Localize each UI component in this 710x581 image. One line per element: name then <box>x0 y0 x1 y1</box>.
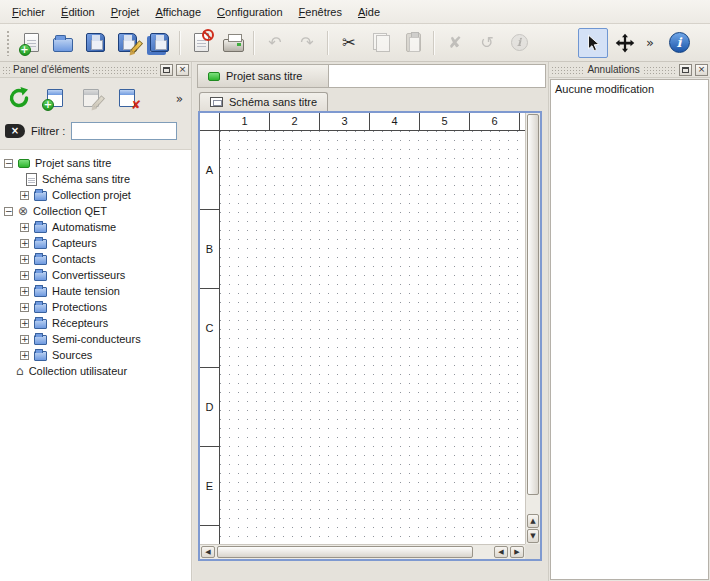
paste-button[interactable] <box>398 28 428 58</box>
vertical-scroll-track[interactable] <box>526 113 540 514</box>
tree-item-semi-conducteurs[interactable]: + Semi-conducteurs <box>0 331 191 347</box>
row-ruler-label: A <box>200 131 219 210</box>
close-dock-button[interactable]: × <box>176 64 189 76</box>
cut-icon: ✂ <box>342 35 355 51</box>
menu-aide[interactable]: Aide <box>350 2 388 22</box>
menu-fenetres[interactable]: Fenêtres <box>291 2 350 22</box>
tree-item-collection-projet[interactable]: + Collection projet <box>0 187 191 203</box>
delete-button[interactable]: ✘ <box>440 28 470 58</box>
tree-item-collection-qet[interactable]: − ⊗ Collection QET <box>0 203 191 219</box>
float-dock-button[interactable] <box>679 64 692 76</box>
menu-projet[interactable]: Projet <box>103 2 148 22</box>
expand-expander-icon[interactable]: + <box>20 335 29 344</box>
menu-bar: Fichier Édition Projet Affichage Configu… <box>0 0 710 24</box>
save-as-button[interactable] <box>112 28 142 58</box>
expand-expander-icon[interactable]: + <box>20 287 29 296</box>
project-icon <box>18 159 30 168</box>
diagram-canvas[interactable] <box>220 131 525 544</box>
tree-item-automatisme[interactable]: + Automatisme <box>0 219 191 235</box>
pencil-icon <box>92 95 105 109</box>
schema-icon <box>210 97 223 107</box>
no-badge-icon <box>202 29 214 41</box>
undo-list[interactable]: Aucune modification <box>550 79 709 580</box>
menu-configuration[interactable]: Configuration <box>209 2 290 22</box>
expand-expander-icon[interactable]: + <box>20 239 29 248</box>
redo-button[interactable]: ↷ <box>292 28 322 58</box>
project-tab[interactable]: Projet sans titre <box>198 65 329 87</box>
toolbar-overflow-chevron[interactable]: » <box>646 36 654 49</box>
panel-overflow-chevron[interactable]: » <box>173 92 186 106</box>
scroll-up-button[interactable]: ▲ <box>527 514 539 528</box>
scroll-down-button[interactable]: ▼ <box>527 529 539 543</box>
elements-panel-toolbar: + ✘ » <box>0 78 191 118</box>
tree-item-label: Collection projet <box>52 189 131 201</box>
close-file-button[interactable] <box>186 28 216 58</box>
pencil-icon <box>129 40 142 54</box>
tree-item-capteurs[interactable]: + Capteurs <box>0 235 191 251</box>
tree-item-convertisseurs[interactable]: + Convertisseurs <box>0 267 191 283</box>
scroll-right-button[interactable]: ▶ <box>510 546 524 558</box>
expand-expander-icon[interactable]: + <box>20 319 29 328</box>
scroll-left-button[interactable]: ◀ <box>494 546 508 558</box>
new-project-button[interactable]: + <box>16 28 46 58</box>
tree-item-sources[interactable]: + Sources <box>0 347 191 363</box>
element-info-button[interactable]: i <box>504 28 534 58</box>
elements-panel-header[interactable]: Panel d'éléments × <box>0 62 191 78</box>
close-dock-button[interactable]: × <box>695 64 708 76</box>
about-button[interactable]: i <box>664 28 694 58</box>
vertical-scroll-thumb[interactable] <box>527 114 539 495</box>
tree-item-contacts[interactable]: + Contacts <box>0 251 191 267</box>
filter-input[interactable] <box>71 122 177 140</box>
expand-expander-icon[interactable]: + <box>20 223 29 232</box>
reload-collections-button[interactable] <box>5 84 33 112</box>
horizontal-scrollbar[interactable]: ◀ ◀ ▶ <box>200 544 525 559</box>
main-toolbar: + ↶ ↷ ✂ ✘ ↺ i <box>0 24 710 62</box>
ruler-corner <box>200 113 220 131</box>
expand-expander-icon[interactable]: + <box>20 191 29 200</box>
scroll-left-button[interactable]: ◀ <box>201 546 215 558</box>
float-dock-button[interactable] <box>160 64 173 76</box>
scrollbar-corner <box>525 544 540 559</box>
copy-button[interactable] <box>366 28 396 58</box>
tree-item-recepteurs[interactable]: + Récepteurs <box>0 315 191 331</box>
open-project-button[interactable] <box>48 28 78 58</box>
clear-filter-button[interactable]: × <box>5 124 25 138</box>
tree-item-haute-tension[interactable]: + Haute tension <box>0 283 191 299</box>
menu-edition[interactable]: Édition <box>53 2 103 22</box>
undo-panel-header[interactable]: Annulations × <box>549 62 710 78</box>
schema-tab-label: Schéma sans titre <box>229 96 317 108</box>
new-element-button[interactable]: + <box>41 84 69 112</box>
rotate-button[interactable]: ↺ <box>472 28 502 58</box>
collapse-expander-icon[interactable]: − <box>4 207 13 216</box>
print-button[interactable] <box>218 28 248 58</box>
collapse-expander-icon[interactable]: − <box>4 159 13 168</box>
elements-panel: Panel d'éléments × + ✘ » × Filtrer : − <box>0 62 192 581</box>
tree-item-schema-sans-titre[interactable]: Schéma sans titre <box>0 171 191 187</box>
menu-affichage[interactable]: Affichage <box>147 2 209 22</box>
expand-expander-icon[interactable]: + <box>20 351 29 360</box>
tree-item-protections[interactable]: + Protections <box>0 299 191 315</box>
expand-expander-icon[interactable]: + <box>20 255 29 264</box>
undo-button[interactable]: ↶ <box>260 28 290 58</box>
vertical-scrollbar[interactable]: ▲ ▼ <box>525 113 540 544</box>
horizontal-scroll-track[interactable] <box>217 546 492 559</box>
move-tool-button[interactable] <box>610 28 640 58</box>
schema-tab[interactable]: Schéma sans titre <box>199 92 328 111</box>
cut-button[interactable]: ✂ <box>334 28 364 58</box>
tree-item-projet-sans-titre[interactable]: − Projet sans titre <box>0 155 191 171</box>
row-ruler-label: E <box>200 447 219 526</box>
delete-element-button[interactable]: ✘ <box>113 84 141 112</box>
toolbar-drag-handle[interactable] <box>6 30 11 56</box>
expand-expander-icon[interactable]: + <box>20 303 29 312</box>
save-all-button[interactable] <box>144 28 174 58</box>
edit-element-button[interactable] <box>77 84 105 112</box>
save-button[interactable] <box>80 28 110 58</box>
horizontal-scroll-thumb[interactable] <box>217 546 473 558</box>
tree-item-collection-utilisateur[interactable]: ⌂ Collection utilisateur <box>0 363 191 379</box>
collections-tree: − Projet sans titre Schéma sans titre + … <box>0 149 191 581</box>
folder-icon <box>34 287 47 297</box>
expand-expander-icon[interactable]: + <box>20 271 29 280</box>
menu-fichier[interactable]: Fichier <box>4 2 53 22</box>
select-tool-button[interactable] <box>578 28 608 58</box>
cursor-arrow-icon <box>584 34 602 52</box>
